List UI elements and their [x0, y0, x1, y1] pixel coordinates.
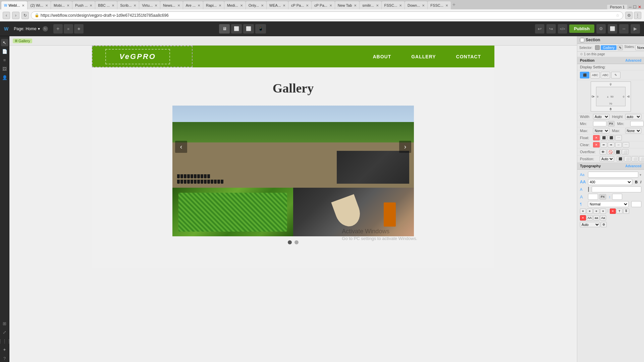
clear-left-button[interactable]: ⬅: [600, 142, 607, 147]
fit-icon[interactable]: ⤢: [1, 328, 8, 336]
publish-button[interactable]: Publish: [569, 24, 594, 33]
float-options-button[interactable]: ⋯: [615, 135, 622, 140]
tab-close-icon[interactable]: ✕: [399, 4, 402, 7]
tab-close-icon[interactable]: ✕: [240, 4, 243, 7]
position-advanced-link[interactable]: Advanced: [625, 59, 641, 62]
cms-icon[interactable]: ≡: [1, 56, 8, 64]
font-weight-input[interactable]: 400: [588, 179, 632, 185]
tab-14[interactable]: cP Pa... ✕: [288, 1, 311, 9]
uppercase-button[interactable]: AA: [587, 215, 593, 221]
align-right-button[interactable]: ≡: [593, 208, 599, 214]
refresh-icon[interactable]: ↻: [43, 26, 48, 32]
float-right-button[interactable]: ⬛: [608, 135, 614, 140]
resize-icon[interactable]: ⊞: [1, 320, 8, 327]
underline-button[interactable]: T: [616, 208, 623, 214]
tab-webflow[interactable]: W Webl... ✕: [1, 1, 27, 9]
tab-13[interactable]: WEA... ✕: [267, 1, 288, 9]
reload-button[interactable]: ↻: [21, 12, 29, 19]
typography-section-header[interactable]: Typography Advanced: [577, 163, 644, 170]
tab-19[interactable]: Down... ✕: [405, 1, 427, 9]
font-family-input[interactable]: Arial: [588, 172, 638, 178]
page-name[interactable]: Home: [26, 26, 37, 31]
clear-right-button[interactable]: ➡: [608, 142, 614, 147]
tab-11[interactable]: Medi... ✕: [224, 1, 246, 9]
tab-close-icon[interactable]: ✕: [22, 4, 24, 7]
overflow-option4-button[interactable]: ⬜: [622, 149, 629, 155]
max-height-input[interactable]: None: [625, 128, 642, 133]
tab-close-icon[interactable]: ✕: [306, 4, 309, 7]
tab-3[interactable]: Mobi... ✕: [51, 1, 72, 9]
users-icon[interactable]: 👤: [1, 74, 8, 81]
indent-input[interactable]: 0: [631, 201, 641, 207]
address-box[interactable]: 🔒 https://webflow.com/design/vegpro-draf…: [31, 11, 623, 19]
forward-button[interactable]: ›: [12, 12, 19, 19]
selector-badge[interactable]: Gallery: [601, 45, 616, 50]
min-width-input[interactable]: 0: [593, 121, 606, 126]
section-checkbox[interactable]: [580, 38, 584, 42]
position-opt3[interactable]: ⬜: [632, 156, 638, 162]
select-tool-icon[interactable]: ↖: [1, 39, 8, 46]
slider-prev-arrow[interactable]: ‹: [175, 141, 187, 153]
text-color-input[interactable]: #333: [592, 186, 641, 192]
gallery-thumb-processing[interactable]: [293, 188, 414, 236]
clear-none-button[interactable]: ✕: [593, 142, 600, 147]
redo-button[interactable]: ↪: [546, 24, 556, 34]
position-opt2[interactable]: ⬜: [624, 156, 631, 162]
new-tab-button[interactable]: +: [452, 2, 455, 8]
tablet-viewport-button[interactable]: ⬜: [231, 24, 242, 34]
tab-close-icon[interactable]: ✕: [376, 4, 379, 7]
tab-close-icon[interactable]: ✕: [112, 4, 114, 7]
nav-contact[interactable]: CONTACT: [456, 54, 481, 59]
selector-edit-button[interactable]: ✎: [618, 45, 623, 50]
italic-button[interactable]: I: [640, 180, 641, 184]
site-logo[interactable]: VeGPRO: [105, 49, 170, 64]
height-input[interactable]: auto: [625, 114, 642, 119]
settings-icon[interactable]: ⚙: [596, 24, 606, 34]
gallery-thumb-veggies[interactable]: [172, 188, 293, 236]
max-width-input[interactable]: None: [593, 128, 609, 133]
capitalize-button[interactable]: Aa: [600, 215, 606, 221]
tab-8[interactable]: News... ✕: [160, 1, 183, 9]
display-pen-button[interactable]: ✎: [611, 72, 621, 78]
url-text[interactable]: https://webflow.com/design/vegpro-draft-…: [41, 13, 169, 18]
tab-close-icon[interactable]: ✕: [219, 4, 221, 7]
tab-7[interactable]: Virtu... ✕: [139, 1, 160, 9]
float-left-button[interactable]: ⬛: [600, 135, 607, 140]
tab-close-icon[interactable]: ✕: [354, 4, 357, 7]
display-block-button[interactable]: ⬛: [580, 72, 589, 78]
grid-icon[interactable]: ⋮⋮⋮: [1, 337, 8, 345]
tab-15[interactable]: cP Pa... ✕: [312, 1, 334, 9]
breadcrumb-gallery[interactable]: ⊞ Gallery: [13, 39, 32, 43]
tab-17[interactable]: smilir... ✕: [360, 1, 381, 9]
navigator-button[interactable]: ≡: [64, 24, 73, 34]
minimize-button[interactable]: ─: [629, 5, 632, 9]
clear-both-button[interactable]: ↔: [615, 142, 622, 147]
align-justify-button[interactable]: ≡: [600, 208, 606, 214]
mobile-viewport-button[interactable]: 📱: [255, 24, 266, 34]
states-dropdown[interactable]: None Hover: [635, 45, 644, 50]
add-element-button[interactable]: +: [53, 24, 63, 34]
slider-dot-1[interactable]: [288, 240, 292, 244]
transform-none-button[interactable]: ✕: [580, 215, 586, 221]
bookmark-icon[interactable]: ☆: [616, 13, 620, 18]
desktop-viewport-button[interactable]: 🖥: [219, 24, 230, 34]
tab-close-icon[interactable]: ✕: [283, 4, 285, 7]
tab-close-icon[interactable]: ✕: [45, 4, 48, 7]
nav-gallery[interactable]: GALLERY: [411, 54, 436, 59]
tab-close-icon[interactable]: ✕: [67, 4, 69, 7]
text-color-swatch[interactable]: [588, 187, 589, 192]
landscape-viewport-button[interactable]: ⬜: [243, 24, 254, 34]
tab-2[interactable]: (2) Wi... ✕: [28, 1, 51, 9]
symbols-button[interactable]: ◈: [74, 24, 84, 34]
position-section-header[interactable]: Position Advanced: [577, 57, 644, 64]
nav-about[interactable]: ABOUT: [373, 54, 391, 59]
bold-button[interactable]: B: [635, 180, 638, 184]
tab-close-icon[interactable]: ✕: [155, 4, 157, 7]
tab-9[interactable]: Are ... ✕: [183, 1, 203, 9]
settings-small-button[interactable]: ⚙: [601, 222, 607, 227]
tab-4[interactable]: Push ... ✕: [72, 1, 95, 9]
code-button[interactable]: </>: [558, 24, 567, 34]
position-opt1[interactable]: ⬛: [617, 156, 624, 162]
tab-close-icon[interactable]: ✕: [261, 4, 264, 7]
slider-next-arrow[interactable]: ›: [399, 141, 411, 153]
